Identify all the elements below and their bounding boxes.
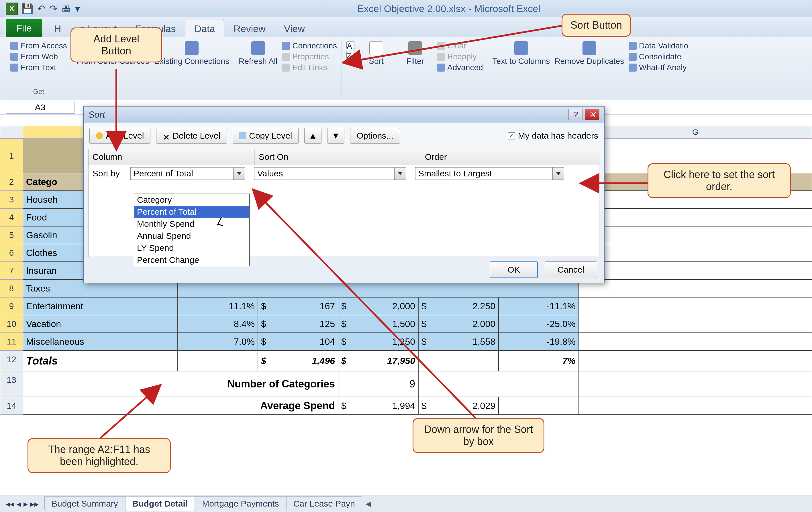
- cancel-button[interactable]: Cancel: [545, 262, 597, 278]
- whatif-button[interactable]: What-If Analy: [629, 63, 688, 72]
- sort-desc-button[interactable]: Z↓: [346, 51, 354, 59]
- help-button[interactable]: ?: [569, 109, 583, 120]
- row-header-14[interactable]: 14: [0, 397, 23, 415]
- copy-level-button[interactable]: Copy Level: [233, 128, 298, 144]
- tab-file[interactable]: File: [6, 19, 42, 37]
- from-web-button[interactable]: From Web: [10, 52, 67, 61]
- cell-g8[interactable]: [579, 279, 812, 297]
- cell-rest-13[interactable]: [418, 371, 579, 397]
- cell-f10[interactable]: -25.0%: [498, 315, 579, 333]
- name-box[interactable]: A3: [6, 101, 75, 114]
- row-header-13[interactable]: 13: [0, 371, 23, 397]
- cell-g7[interactable]: [579, 262, 812, 279]
- cell-e9[interactable]: $2,250: [418, 297, 498, 315]
- cell-g4[interactable]: [579, 208, 812, 226]
- from-access-button[interactable]: From Access: [10, 41, 67, 51]
- sheet-tab-mortgage[interactable]: Mortgage Payments: [195, 496, 286, 511]
- option-monthly-spend[interactable]: Monthly Spend: [134, 218, 249, 230]
- cell-g14[interactable]: [579, 397, 812, 415]
- cell-c10[interactable]: $125: [258, 315, 338, 333]
- row-header-12[interactable]: 12: [0, 351, 23, 371]
- cell-label-13[interactable]: Number of Categories: [23, 371, 338, 397]
- save-icon[interactable]: 💾: [21, 3, 33, 14]
- cell-d9[interactable]: $2,000: [338, 297, 418, 315]
- refresh-all-button[interactable]: Refresh All: [239, 41, 277, 66]
- move-up-button[interactable]: ▲: [304, 128, 321, 144]
- order-arrow-icon[interactable]: [552, 168, 564, 180]
- tab-home[interactable]: H: [45, 20, 70, 37]
- select-all-corner[interactable]: [0, 126, 23, 139]
- consolidate-button[interactable]: Consolidate: [629, 52, 688, 61]
- row-header-4[interactable]: 4: [0, 208, 23, 226]
- option-percent-of-total[interactable]: Percent of Total: [134, 206, 249, 218]
- sheet-tab-budget-detail[interactable]: Budget Detail: [125, 496, 195, 511]
- row-header-9[interactable]: 9: [0, 297, 23, 315]
- cell-d11[interactable]: $1,250: [338, 333, 418, 351]
- redo-icon[interactable]: ↷: [49, 3, 57, 14]
- sort-by-dropdown[interactable]: Category Percent of Total Monthly Spend …: [134, 193, 250, 266]
- cell-a12[interactable]: Totals: [23, 351, 178, 371]
- cell-b11[interactable]: 7.0%: [178, 333, 258, 351]
- cell-d12[interactable]: $17,950: [338, 351, 418, 371]
- cell-c12[interactable]: $1,496: [258, 351, 338, 371]
- advanced-button[interactable]: Advanced: [437, 63, 483, 72]
- row-header-2[interactable]: 2: [0, 173, 23, 191]
- remove-duplicates-button[interactable]: Remove Duplicates: [554, 41, 624, 66]
- option-ly-spend[interactable]: LY Spend: [134, 242, 249, 254]
- cell-g13[interactable]: [579, 371, 812, 397]
- tab-data[interactable]: Data: [185, 20, 225, 37]
- cell-e14[interactable]: $2,029: [418, 397, 498, 415]
- filter-button[interactable]: Filter: [398, 41, 432, 66]
- cell-b12[interactable]: [178, 351, 258, 371]
- row-header-10[interactable]: 10: [0, 315, 23, 333]
- cell-label-14[interactable]: Average Spend: [23, 397, 338, 415]
- sheet-nav[interactable]: ◂◂ ◂ ▸ ▸▸: [6, 499, 39, 509]
- option-percent-change[interactable]: Percent Change: [134, 254, 249, 266]
- cell-g5[interactable]: [579, 226, 812, 244]
- cell-a9[interactable]: Entertainment: [23, 297, 178, 315]
- cell-g9[interactable]: [579, 297, 812, 315]
- headers-checkbox[interactable]: ✓My data has headers: [508, 131, 598, 141]
- option-annual-spend[interactable]: Annual Spend: [134, 230, 249, 242]
- cell-e12[interactable]: [418, 351, 498, 371]
- cell-e10[interactable]: $2,000: [418, 315, 498, 333]
- row-header-1[interactable]: 1: [0, 139, 23, 173]
- ok-button[interactable]: OK: [490, 262, 538, 278]
- option-category[interactable]: Category: [134, 194, 249, 206]
- close-button[interactable]: ✕: [585, 109, 600, 120]
- order-combo[interactable]: Smallest to Largest: [415, 167, 564, 180]
- cell-f14[interactable]: [498, 397, 579, 415]
- sort-by-arrow-icon[interactable]: [233, 168, 245, 180]
- cell-e11[interactable]: $1,558: [418, 333, 498, 351]
- text-to-columns-button[interactable]: Text to Columns: [493, 41, 550, 66]
- undo-icon[interactable]: ↶: [37, 3, 45, 14]
- cell-g11[interactable]: [579, 333, 812, 351]
- row-header-8[interactable]: 8: [0, 279, 23, 297]
- cell-a10[interactable]: Vacation: [23, 315, 178, 333]
- cell-f9[interactable]: -11.1%: [498, 297, 579, 315]
- cell-b10[interactable]: 8.4%: [178, 315, 258, 333]
- cell-g10[interactable]: [579, 315, 812, 333]
- cell-d14[interactable]: $1,994: [338, 397, 418, 415]
- options-button[interactable]: Options...: [350, 128, 400, 144]
- row-header-5[interactable]: 5: [0, 226, 23, 244]
- cell-b9[interactable]: 11.1%: [178, 297, 258, 315]
- delete-level-button[interactable]: ✕Delete Level: [156, 128, 227, 144]
- sort-on-combo[interactable]: Values: [254, 167, 406, 180]
- sheet-tab-budget-summary[interactable]: Budget Summary: [45, 496, 125, 511]
- cell-f12[interactable]: 7%: [498, 351, 579, 371]
- row-header-3[interactable]: 3: [0, 191, 23, 208]
- cell-g6[interactable]: [579, 244, 812, 262]
- col-header-g[interactable]: G: [579, 126, 812, 139]
- sort-by-combo[interactable]: Percent of Total: [130, 167, 245, 180]
- row-header-11[interactable]: 11: [0, 333, 23, 351]
- row-header-6[interactable]: 6: [0, 244, 23, 262]
- cell-c11[interactable]: $104: [258, 333, 338, 351]
- cell-a11[interactable]: Miscellaneous: [23, 333, 178, 351]
- data-validation-button[interactable]: Data Validatio: [629, 41, 688, 51]
- from-text-button[interactable]: From Text: [10, 63, 67, 72]
- cell-d13[interactable]: 9: [338, 371, 418, 397]
- sort-on-arrow-icon[interactable]: [394, 168, 406, 180]
- print-icon[interactable]: 🖶: [61, 3, 71, 14]
- row-header-7[interactable]: 7: [0, 262, 23, 279]
